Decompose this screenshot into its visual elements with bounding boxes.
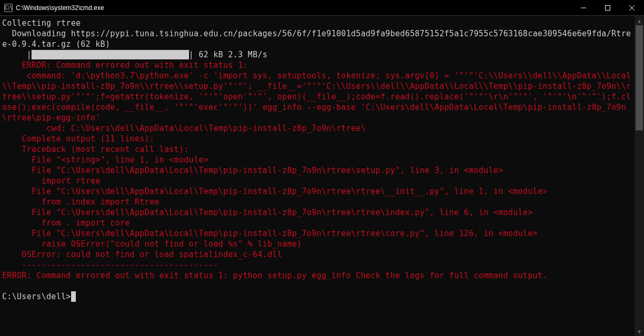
cursor [71,291,76,302]
error-line: File "<string>", line 1, in <module> [2,155,209,165]
minimize-button[interactable] [571,0,596,15]
progress-bar: ████████████████████████████████ [32,50,189,59]
output-line: Collecting rtree [2,18,81,28]
error-line: cwd: C:\Users\dell\AppData\Local\Temp\pi… [2,124,365,133]
close-button[interactable] [620,0,644,15]
close-icon [629,5,635,11]
error-line: raise OSError("could not find or load %s… [2,239,302,249]
error-line: ERROR: Command errored out with exit sta… [2,60,248,70]
prompt: C:\Users\dell> [2,292,71,301]
scroll-down-icon[interactable]: ▼ [635,327,644,336]
error-line: Traceback (most recent call last): [2,145,189,154]
error-line: from . import core [2,218,130,228]
error-line: Complete output (11 lines): [2,134,154,144]
error-line: import rtree [2,176,101,186]
error-line: OSError: could not find or load spatiali… [2,250,282,259]
window-title: C:\Windows\system32\cmd.exe [16,4,571,12]
terminal-area: Collecting rtree Downloading https://pyp… [0,16,644,336]
error-line: File "C:\Users\dell\AppData\Local\Temp\p… [2,166,503,175]
progress-suffix: | 62 kB 2.3 MB/s [189,50,267,59]
scroll-up-icon[interactable]: ▲ [635,16,644,25]
output-line: Downloading https://pypi.tuna.tsinghua.e… [2,29,631,49]
error-line: File "C:\Users\dell\AppData\Local\Temp\p… [2,229,538,238]
scroll-thumb[interactable] [636,25,643,130]
cmd-icon: C:\ [4,4,13,12]
window-titlebar: C:\ C:\Windows\system32\cmd.exe [0,0,644,16]
svg-rect-1 [606,5,610,10]
final-error-line: ERROR: Command errored out with exit sta… [2,271,548,280]
vertical-scrollbar[interactable]: ▲ ▼ [635,16,644,336]
error-separator: ---------------------------------------- [2,260,219,270]
minimize-icon [581,5,586,11]
error-line: File "C:\Users\dell\AppData\Local\Temp\p… [2,208,533,217]
maximize-icon [605,5,610,11]
error-line: command: 'd:\python3.7\python.exe' -c 'i… [2,71,631,123]
error-line: from .index import Rtree [2,197,160,207]
terminal-output[interactable]: Collecting rtree Downloading https://pyp… [0,16,635,336]
progress-prefix: | [2,50,32,59]
window-controls [571,0,644,15]
error-line: File "C:\Users\dell\AppData\Local\Temp\p… [2,187,548,196]
maximize-button[interactable] [596,0,620,15]
